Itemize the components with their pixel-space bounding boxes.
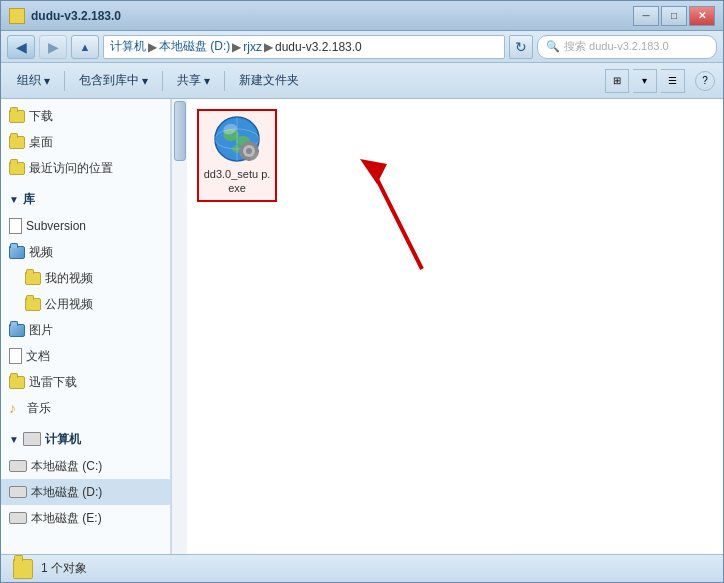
back-button[interactable]: ◀ (7, 35, 35, 59)
search-placeholder: 搜索 dudu-v3.2.183.0 (564, 39, 669, 54)
sidebar-label-music: 音乐 (27, 400, 51, 417)
title-bar: dudu-v3.2.183.0 ─ □ ✕ (1, 1, 723, 31)
breadcrumb-current: dudu-v3.2.183.0 (275, 40, 362, 54)
breadcrumb-d[interactable]: 本地磁盘 (D:) (159, 38, 230, 55)
main-content: 下载 桌面 最近访问的位置 ▼ 库 (1, 99, 723, 554)
toolbar-right: ⊞ ▾ ☰ ? (605, 69, 715, 93)
view-button-2[interactable]: ▾ (633, 69, 657, 93)
folder-icon (25, 272, 41, 285)
sidebar-label-docs: 文档 (26, 348, 50, 365)
organize-button[interactable]: 组织 ▾ (9, 67, 58, 95)
sidebar-item-pictures[interactable]: 图片 (1, 317, 170, 343)
svg-line-14 (372, 169, 422, 269)
view-button-1[interactable]: ⊞ (605, 69, 629, 93)
sidebar: 下载 桌面 最近访问的位置 ▼ 库 (1, 99, 171, 554)
sidebar-item-myvideo[interactable]: 我的视频 (1, 265, 170, 291)
drive-icon (9, 512, 27, 524)
forward-button[interactable]: ▶ (39, 35, 67, 59)
file-icon-dd3 (213, 115, 261, 163)
sidebar-label-pictures: 图片 (29, 322, 53, 339)
library-section: ▼ 库 Subversion 视频 我的视频 (1, 185, 170, 421)
sidebar-item-video[interactable]: 视频 (1, 239, 170, 265)
svg-rect-10 (248, 141, 251, 145)
close-button[interactable]: ✕ (689, 6, 715, 26)
help-button[interactable]: ? (695, 71, 715, 91)
folder-icon (9, 162, 25, 175)
sidebar-item-recent[interactable]: 最近访问的位置 (1, 155, 170, 181)
doc-icon (9, 348, 22, 364)
file-item-dd3[interactable]: dd3.0_setu p.exe (197, 109, 277, 202)
folder-icon (9, 376, 25, 389)
sidebar-item-docs[interactable]: 文档 (1, 343, 170, 369)
svg-rect-13 (255, 150, 259, 153)
folder-icon (9, 136, 25, 149)
status-bar: 1 个对象 (1, 554, 723, 582)
status-count: 1 个对象 (41, 560, 87, 577)
svg-marker-15 (360, 159, 387, 184)
status-folder-icon (13, 559, 33, 579)
address-bar: ◀ ▶ ▲ 计算机 ▶ 本地磁盘 (D:) ▶ rjxz ▶ dudu-v3.2… (1, 31, 723, 63)
organize-label: 组织 (17, 72, 41, 89)
pc-icon (23, 432, 41, 446)
computer-label: 计算机 (45, 431, 81, 448)
sidebar-label-myvideo: 我的视频 (45, 270, 93, 287)
minimize-button[interactable]: ─ (633, 6, 659, 26)
sidebar-item-desktop[interactable]: 桌面 (1, 129, 170, 155)
breadcrumb-rjxz[interactable]: rjxz (243, 40, 262, 54)
recent-section: 下载 桌面 最近访问的位置 (1, 103, 170, 181)
up-button[interactable]: ▲ (71, 35, 99, 59)
sidebar-item-music[interactable]: ♪ 音乐 (1, 395, 170, 421)
breadcrumb-bar[interactable]: 计算机 ▶ 本地磁盘 (D:) ▶ rjxz ▶ dudu-v3.2.183.0 (103, 35, 505, 59)
sidebar-item-xunlei[interactable]: 迅雷下载 (1, 369, 170, 395)
sidebar-item-publicvideo[interactable]: 公用视频 (1, 291, 170, 317)
sidebar-label-drive-c: 本地磁盘 (C:) (31, 458, 102, 475)
toolbar: 组织 ▾ 包含到库中 ▾ 共享 ▾ 新建文件夹 ⊞ ▾ ☰ ? (1, 63, 723, 99)
share-button[interactable]: 共享 ▾ (169, 67, 218, 95)
toolbar-separator-1 (64, 71, 65, 91)
breadcrumb-sep-1: ▶ (148, 40, 157, 54)
share-label: 共享 (177, 72, 201, 89)
toolbar-separator-2 (162, 71, 163, 91)
sidebar-label-subversion: Subversion (26, 219, 86, 233)
svg-point-9 (246, 148, 252, 154)
library-header: ▼ 库 (1, 185, 170, 213)
music-icon: ♪ (9, 401, 23, 415)
title-bar-controls: ─ □ ✕ (633, 6, 715, 26)
maximize-button[interactable]: □ (661, 6, 687, 26)
sidebar-label-desktop: 桌面 (29, 134, 53, 151)
file-label-dd3: dd3.0_setu p.exe (203, 167, 271, 196)
new-folder-button[interactable]: 新建文件夹 (231, 67, 307, 95)
sidebar-content: 下载 桌面 最近访问的位置 ▼ 库 (1, 99, 170, 554)
sidebar-label-drive-e: 本地磁盘 (E:) (31, 510, 102, 527)
sidebar-item-drive-d[interactable]: 本地磁盘 (D:) (1, 479, 170, 505)
computer-section: ▼ 计算机 本地磁盘 (C:) 本地磁盘 (D:) 本地磁盘 (E: (1, 425, 170, 531)
sidebar-label-xunlei: 迅雷下载 (29, 374, 77, 391)
library-label: 库 (23, 191, 35, 208)
include-library-button[interactable]: 包含到库中 ▾ (71, 67, 156, 95)
explorer-window: dudu-v3.2.183.0 ─ □ ✕ ◀ ▶ ▲ 计算机 ▶ 本地磁盘 (… (0, 0, 724, 583)
annotation-arrow (342, 129, 472, 289)
file-area[interactable]: dd3.0_setu p.exe (187, 99, 723, 554)
share-chevron: ▾ (204, 74, 210, 88)
globe-svg (213, 115, 261, 163)
sidebar-item-subversion[interactable]: Subversion (1, 213, 170, 239)
sidebar-label-publicvideo: 公用视频 (45, 296, 93, 313)
refresh-button[interactable]: ↻ (509, 35, 533, 59)
sidebar-item-drive-e[interactable]: 本地磁盘 (E:) (1, 505, 170, 531)
search-bar[interactable]: 🔍 搜索 dudu-v3.2.183.0 (537, 35, 717, 59)
sidebar-item-drive-c[interactable]: 本地磁盘 (C:) (1, 453, 170, 479)
folder-special-icon (9, 324, 25, 337)
breadcrumb-sep-2: ▶ (232, 40, 241, 54)
view-button-3[interactable]: ☰ (661, 69, 685, 93)
doc-icon (9, 218, 22, 234)
sidebar-item-download[interactable]: 下载 (1, 103, 170, 129)
include-library-label: 包含到库中 (79, 72, 139, 89)
breadcrumb-sep-3: ▶ (264, 40, 273, 54)
drive-icon (9, 486, 27, 498)
toolbar-separator-3 (224, 71, 225, 91)
computer-header: ▼ 计算机 (1, 425, 170, 453)
breadcrumb-computer[interactable]: 计算机 (110, 38, 146, 55)
drive-icon (9, 460, 27, 472)
scrollbar-thumb[interactable] (174, 101, 186, 161)
sidebar-scrollbar[interactable] (171, 99, 187, 554)
